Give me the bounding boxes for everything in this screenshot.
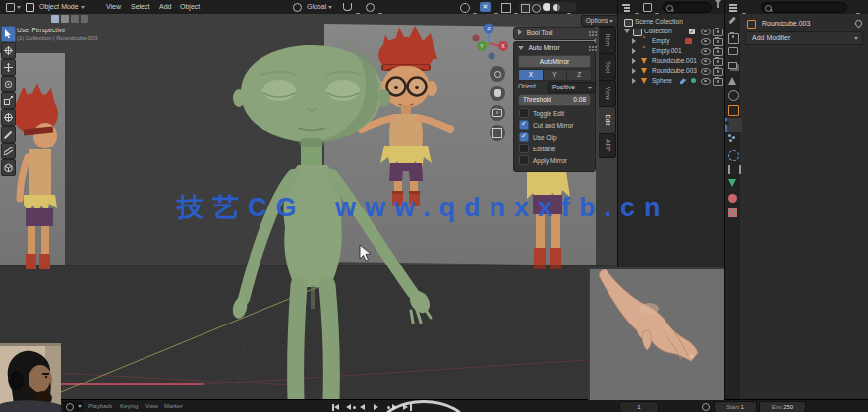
orient-dropdown[interactable]: Positive	[548, 82, 596, 93]
object-data-tab-icon[interactable]	[728, 179, 736, 187]
start-frame-field[interactable]: Start 1	[714, 401, 757, 412]
tool-select-box[interactable]	[1, 26, 16, 42]
proportional-edit-icon[interactable]	[366, 3, 375, 12]
wireframe-shading-icon[interactable]	[521, 4, 530, 13]
pan-button[interactable]	[490, 86, 505, 101]
menu-select[interactable]: Select	[127, 0, 153, 14]
collection-checkbox-icon[interactable]	[689, 29, 695, 34]
bool-tool-panel-header[interactable]: Bool Tool	[513, 27, 596, 40]
hide-eye-icon[interactable]	[701, 29, 711, 35]
tab-edit[interactable]: Edit	[599, 106, 616, 134]
material-tab-icon[interactable]	[728, 194, 737, 203]
outliner-row-roundcube-001[interactable]: Roundcube.001	[618, 56, 725, 66]
axis-z-button[interactable]: Z	[567, 70, 591, 80]
gizmo-dropdown[interactable]	[471, 5, 480, 13]
render-camera-icon[interactable]	[713, 38, 723, 46]
end-frame-field[interactable]: End 250	[759, 401, 806, 412]
overlays-toggle-icon[interactable]: ✕	[480, 2, 491, 12]
tool-setting-icon-3[interactable]	[71, 15, 79, 23]
current-frame-field[interactable]: 1	[619, 401, 659, 412]
active-tool-tab-icon[interactable]	[728, 17, 735, 24]
outliner-row-collection[interactable]: Collection	[618, 27, 725, 36]
tool-measure[interactable]	[1, 143, 16, 159]
tool-rotate[interactable]	[1, 76, 16, 92]
particles-tab-icon[interactable]	[728, 134, 731, 137]
tool-setting-icon-4[interactable]	[81, 15, 88, 23]
zoom-button[interactable]	[490, 66, 505, 82]
use-clip-row[interactable]: Use Clip	[519, 132, 557, 142]
tool-scale[interactable]	[1, 92, 16, 109]
camera-view-button[interactable]	[490, 105, 505, 121]
toggle-edit-row[interactable]: Toggle Edit	[519, 108, 564, 118]
add-modifier-button[interactable]: Add Modifier	[745, 31, 863, 45]
outliner-display-dropdown[interactable]	[653, 5, 662, 13]
physics-tab-icon[interactable]	[728, 150, 739, 161]
render-camera-icon[interactable]	[713, 48, 723, 56]
tool-move[interactable]	[1, 59, 16, 76]
rendered-shading-icon[interactable]	[553, 4, 560, 11]
checkbox-icon[interactable]	[519, 120, 529, 130]
cut-and-mirror-row[interactable]: Cut and Mirror	[519, 120, 574, 130]
properties-filter-dropdown[interactable]	[854, 5, 863, 13]
timeline-menu-playback[interactable]: Playback	[88, 400, 112, 412]
solid-shading-icon[interactable]	[532, 4, 541, 13]
properties-editor-icon[interactable]	[729, 3, 738, 11]
mode-dropdown[interactable]: Object Mode	[22, 0, 88, 14]
threshold-slider[interactable]: Threshold 0.08	[518, 94, 591, 106]
outliner-row-scene-collection[interactable]: Scene Collection	[618, 17, 725, 27]
hide-eye-icon[interactable]	[701, 58, 711, 65]
xray-toggle-icon[interactable]	[501, 3, 511, 13]
tab-item[interactable]: Item	[599, 27, 616, 54]
menu-add[interactable]: Add	[155, 0, 175, 14]
constraints-tab-icon[interactable]	[728, 165, 741, 174]
snap-magnet-icon[interactable]	[343, 3, 352, 11]
tab-arp[interactable]: ARP	[599, 133, 616, 158]
orientation-dropdown[interactable]: Global	[289, 0, 336, 14]
properties-editor-dropdown[interactable]	[740, 5, 749, 13]
properties-search-input[interactable]	[761, 2, 847, 13]
pin-icon[interactable]	[854, 19, 864, 29]
hide-eye-icon[interactable]	[701, 78, 711, 85]
tool-setting-icon-2[interactable]	[61, 15, 69, 23]
timeline-editor-button[interactable]	[63, 401, 83, 411]
checkbox-icon[interactable]	[519, 155, 529, 165]
render-camera-icon[interactable]	[713, 58, 723, 66]
menu-view[interactable]: View	[102, 0, 125, 14]
ortho-toggle-button[interactable]	[490, 125, 505, 141]
menu-object[interactable]: Object	[176, 0, 203, 14]
scene-tab-icon[interactable]	[728, 77, 736, 85]
outliner-editor-dropdown[interactable]	[633, 5, 642, 13]
render-camera-icon[interactable]	[713, 78, 723, 86]
texture-tab-icon[interactable]	[728, 208, 737, 217]
checkbox-icon[interactable]	[519, 108, 529, 118]
automirror-button[interactable]: AutoMirror	[518, 55, 591, 68]
timeline-menu-keying[interactable]: Keying	[120, 400, 138, 412]
outliner-search-input[interactable]	[663, 2, 712, 13]
checkbox-icon[interactable]	[519, 144, 529, 153]
proportional-falloff-dropdown[interactable]	[376, 5, 385, 13]
apply-mirror-row[interactable]: Apply Mirror	[519, 155, 567, 165]
output-tab-icon[interactable]	[728, 47, 738, 55]
tool-add-cube[interactable]	[1, 159, 16, 176]
outliner-row-empty-001[interactable]: Empty.001	[618, 46, 725, 56]
axis-x-button[interactable]: X	[519, 70, 544, 80]
tool-cursor[interactable]	[1, 42, 16, 59]
auto-mirror-panel-header[interactable]: Auto Mirror	[514, 42, 595, 54]
outliner-row-empty[interactable]: Empty	[618, 36, 725, 46]
render-camera-icon[interactable]	[713, 29, 723, 36]
timeline-menu-marker[interactable]: Marker	[164, 400, 183, 412]
object-tab-icon[interactable]	[728, 105, 739, 116]
checkbox-icon[interactable]	[519, 132, 529, 142]
tool-annotate[interactable]	[1, 126, 16, 143]
tool-setting-icon-1[interactable]	[51, 15, 59, 23]
snap-target-dropdown[interactable]	[354, 5, 363, 13]
view-layer-tab-icon[interactable]	[728, 62, 737, 69]
outliner-display-icon[interactable]	[643, 3, 652, 12]
hide-eye-icon[interactable]	[701, 68, 711, 75]
gizmo-toggle-icon[interactable]	[460, 3, 470, 13]
editable-row[interactable]: Editable	[519, 144, 556, 153]
tab-view[interactable]: View	[599, 80, 616, 107]
timeline-menu-view[interactable]: View	[145, 400, 158, 412]
axis-y-button[interactable]: Y	[544, 70, 568, 80]
material-shading-icon[interactable]	[543, 3, 550, 11]
